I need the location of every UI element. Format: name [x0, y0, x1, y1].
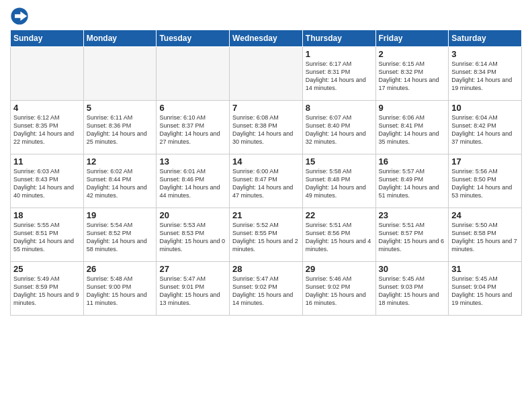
calendar-header-wednesday: Wednesday [230, 30, 303, 47]
calendar-cell: 9Sunrise: 6:06 AM Sunset: 8:41 PM Daylig… [375, 101, 449, 154]
day-info: Sunrise: 6:06 AM Sunset: 8:41 PM Dayligh… [379, 113, 446, 146]
day-number: 28 [232, 264, 300, 274]
day-number: 9 [379, 103, 446, 113]
logo [10, 7, 32, 26]
day-number: 16 [379, 156, 446, 167]
calendar-cell: 24Sunrise: 5:50 AM Sunset: 8:58 PM Dayli… [449, 208, 522, 262]
calendar-cell [11, 47, 84, 101]
day-number: 5 [87, 103, 154, 113]
day-number: 22 [306, 210, 373, 220]
calendar-header-saturday: Saturday [449, 30, 522, 47]
day-number: 31 [451, 264, 519, 274]
day-info: Sunrise: 6:01 AM Sunset: 8:46 PM Dayligh… [159, 167, 226, 200]
day-number: 3 [451, 49, 519, 59]
calendar-week-4: 25Sunrise: 5:49 AM Sunset: 8:59 PM Dayli… [11, 262, 522, 316]
day-info: Sunrise: 5:54 AM Sunset: 8:52 PM Dayligh… [87, 221, 154, 254]
calendar-cell [230, 47, 303, 101]
day-number: 17 [451, 156, 519, 167]
header [10, 7, 522, 26]
calendar-cell: 1Sunrise: 6:17 AM Sunset: 8:31 PM Daylig… [302, 47, 375, 101]
calendar-cell: 25Sunrise: 5:49 AM Sunset: 8:59 PM Dayli… [11, 262, 84, 316]
day-info: Sunrise: 5:45 AM Sunset: 9:03 PM Dayligh… [379, 275, 446, 308]
calendar-cell: 13Sunrise: 6:01 AM Sunset: 8:46 PM Dayli… [157, 154, 230, 208]
calendar-cell: 4Sunrise: 6:12 AM Sunset: 8:35 PM Daylig… [11, 101, 84, 154]
day-info: Sunrise: 6:03 AM Sunset: 8:43 PM Dayligh… [13, 167, 81, 200]
calendar-week-1: 4Sunrise: 6:12 AM Sunset: 8:35 PM Daylig… [11, 101, 522, 154]
day-info: Sunrise: 6:04 AM Sunset: 8:42 PM Dayligh… [451, 113, 519, 146]
day-info: Sunrise: 6:11 AM Sunset: 8:36 PM Dayligh… [87, 113, 154, 146]
day-number: 29 [306, 264, 373, 274]
calendar-cell: 31Sunrise: 5:45 AM Sunset: 9:04 PM Dayli… [449, 262, 522, 316]
calendar-week-0: 1Sunrise: 6:17 AM Sunset: 8:31 PM Daylig… [11, 47, 522, 101]
day-info: Sunrise: 6:15 AM Sunset: 8:32 PM Dayligh… [379, 60, 446, 93]
calendar-cell: 20Sunrise: 5:53 AM Sunset: 8:53 PM Dayli… [157, 208, 230, 262]
calendar-cell: 21Sunrise: 5:52 AM Sunset: 8:55 PM Dayli… [230, 208, 303, 262]
day-info: Sunrise: 6:02 AM Sunset: 8:44 PM Dayligh… [87, 167, 154, 200]
calendar-cell: 28Sunrise: 5:47 AM Sunset: 9:02 PM Dayli… [230, 262, 303, 316]
calendar-cell: 26Sunrise: 5:48 AM Sunset: 9:00 PM Dayli… [83, 262, 157, 316]
day-info: Sunrise: 6:00 AM Sunset: 8:47 PM Dayligh… [232, 167, 300, 200]
calendar-cell: 27Sunrise: 5:47 AM Sunset: 9:01 PM Dayli… [157, 262, 230, 316]
day-number: 7 [232, 103, 300, 113]
day-info: Sunrise: 5:53 AM Sunset: 8:53 PM Dayligh… [159, 221, 226, 254]
day-number: 12 [87, 156, 154, 167]
calendar-cell: 29Sunrise: 5:46 AM Sunset: 9:02 PM Dayli… [302, 262, 375, 316]
day-number: 1 [306, 49, 373, 59]
day-number: 18 [13, 210, 81, 220]
day-number: 26 [87, 264, 154, 274]
day-number: 4 [13, 103, 81, 113]
day-info: Sunrise: 5:58 AM Sunset: 8:48 PM Dayligh… [306, 167, 373, 200]
day-info: Sunrise: 5:49 AM Sunset: 8:59 PM Dayligh… [13, 275, 81, 308]
day-number: 8 [306, 103, 373, 113]
calendar-header-monday: Monday [83, 30, 157, 47]
calendar-cell: 16Sunrise: 5:57 AM Sunset: 8:49 PM Dayli… [375, 154, 449, 208]
calendar-cell: 12Sunrise: 6:02 AM Sunset: 8:44 PM Dayli… [83, 154, 157, 208]
calendar-cell: 7Sunrise: 6:08 AM Sunset: 8:38 PM Daylig… [230, 101, 303, 154]
calendar-cell [83, 47, 157, 101]
day-info: Sunrise: 5:56 AM Sunset: 8:50 PM Dayligh… [451, 167, 519, 200]
day-info: Sunrise: 5:52 AM Sunset: 8:55 PM Dayligh… [232, 221, 300, 254]
day-info: Sunrise: 5:47 AM Sunset: 9:01 PM Dayligh… [159, 275, 226, 308]
calendar-cell: 17Sunrise: 5:56 AM Sunset: 8:50 PM Dayli… [449, 154, 522, 208]
day-info: Sunrise: 5:55 AM Sunset: 8:51 PM Dayligh… [13, 221, 81, 254]
day-number: 27 [159, 264, 226, 274]
day-number: 6 [159, 103, 226, 113]
calendar-cell: 18Sunrise: 5:55 AM Sunset: 8:51 PM Dayli… [11, 208, 84, 262]
day-info: Sunrise: 5:50 AM Sunset: 8:58 PM Dayligh… [451, 221, 519, 254]
calendar-header-sunday: Sunday [11, 30, 84, 47]
day-number: 14 [232, 156, 300, 167]
logo-icon [10, 7, 29, 26]
calendar-cell: 15Sunrise: 5:58 AM Sunset: 8:48 PM Dayli… [302, 154, 375, 208]
day-number: 11 [13, 156, 81, 167]
day-number: 2 [379, 49, 446, 59]
calendar-cell: 19Sunrise: 5:54 AM Sunset: 8:52 PM Dayli… [83, 208, 157, 262]
day-info: Sunrise: 6:12 AM Sunset: 8:35 PM Dayligh… [13, 113, 81, 146]
calendar-table: SundayMondayTuesdayWednesdayThursdayFrid… [10, 30, 522, 316]
calendar-cell: 8Sunrise: 6:07 AM Sunset: 8:40 PM Daylig… [302, 101, 375, 154]
day-number: 23 [379, 210, 446, 220]
calendar-cell: 22Sunrise: 5:51 AM Sunset: 8:56 PM Dayli… [302, 208, 375, 262]
day-number: 30 [379, 264, 446, 274]
calendar-cell: 5Sunrise: 6:11 AM Sunset: 8:36 PM Daylig… [83, 101, 157, 154]
calendar-cell: 3Sunrise: 6:14 AM Sunset: 8:34 PM Daylig… [449, 47, 522, 101]
calendar-week-3: 18Sunrise: 5:55 AM Sunset: 8:51 PM Dayli… [11, 208, 522, 262]
calendar-cell: 23Sunrise: 5:51 AM Sunset: 8:57 PM Dayli… [375, 208, 449, 262]
calendar-cell: 14Sunrise: 6:00 AM Sunset: 8:47 PM Dayli… [230, 154, 303, 208]
day-number: 13 [159, 156, 226, 167]
day-info: Sunrise: 5:51 AM Sunset: 8:56 PM Dayligh… [306, 221, 373, 254]
page: SundayMondayTuesdayWednesdayThursdayFrid… [0, 0, 532, 411]
day-number: 20 [159, 210, 226, 220]
calendar-cell [157, 47, 230, 101]
day-number: 15 [306, 156, 373, 167]
day-info: Sunrise: 6:10 AM Sunset: 8:37 PM Dayligh… [159, 113, 226, 146]
day-number: 24 [451, 210, 519, 220]
day-number: 19 [87, 210, 154, 220]
day-info: Sunrise: 5:45 AM Sunset: 9:04 PM Dayligh… [451, 275, 519, 308]
calendar-cell: 6Sunrise: 6:10 AM Sunset: 8:37 PM Daylig… [157, 101, 230, 154]
day-info: Sunrise: 6:07 AM Sunset: 8:40 PM Dayligh… [306, 113, 373, 146]
day-info: Sunrise: 5:48 AM Sunset: 9:00 PM Dayligh… [87, 275, 154, 308]
calendar-header-thursday: Thursday [302, 30, 375, 47]
day-info: Sunrise: 6:17 AM Sunset: 8:31 PM Dayligh… [306, 60, 373, 93]
day-number: 10 [451, 103, 519, 113]
day-info: Sunrise: 5:47 AM Sunset: 9:02 PM Dayligh… [232, 275, 300, 308]
